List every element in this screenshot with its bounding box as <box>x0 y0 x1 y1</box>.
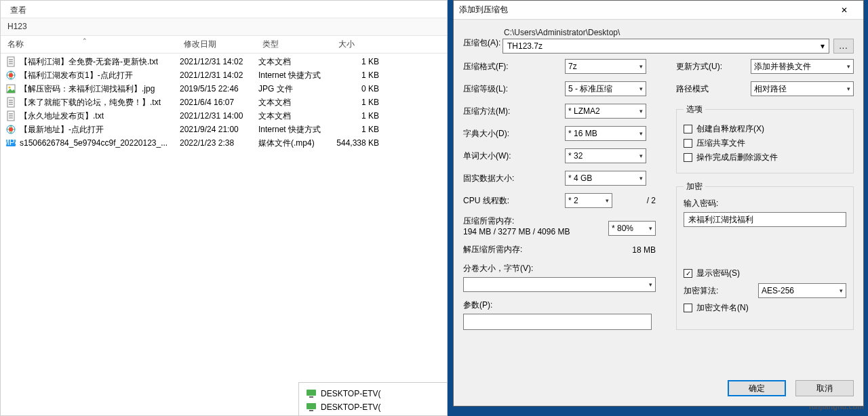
file-size: 1 KB <box>334 57 379 66</box>
svg-point-7 <box>9 87 11 89</box>
file-icon <box>5 124 17 135</box>
chevron-down-icon: ▾ <box>639 152 643 159</box>
chevron-down-icon: ▾ <box>847 85 850 92</box>
file-row[interactable]: 【来了就能下载的论坛，纯免费！】.txt2021/6/4 16:07文本文档1 … <box>1 96 447 109</box>
file-date: 2021/12/31 14:02 <box>180 57 258 66</box>
network-location-item[interactable]: DESKTOP-ETV( <box>302 387 444 400</box>
dialog-titlebar[interactable]: 添加到压缩包 ✕ <box>454 1 863 20</box>
file-icon <box>5 56 17 67</box>
browse-button[interactable]: ... <box>833 39 854 54</box>
file-row[interactable]: 【永久地址发布页】.txt2021/12/31 14:00文本文档1 KB <box>1 109 447 123</box>
file-list: 【福利江湖】全免费-无套路-更新快.txt2021/12/31 14:02文本文… <box>1 54 447 151</box>
archive-name-input[interactable]: TH123.7z ▾ <box>502 39 829 54</box>
mem-decompress-label: 解压缩所需内存: <box>463 244 522 255</box>
add-to-archive-dialog: 添加到压缩包 ✕ 压缩包(A): C:\Users\Administrator\… <box>453 0 864 407</box>
chevron-down-icon: ▾ <box>639 85 643 92</box>
format-value: 7z <box>568 62 577 71</box>
file-row[interactable]: 【解压密码：来福利江湖找福利】.jpg2019/5/15 22:46JPG 文件… <box>1 82 447 96</box>
file-type: 文本文档 <box>258 56 334 68</box>
dict-select[interactable]: * 16 MB▾ <box>565 126 646 141</box>
dict-label: 字典大小(D): <box>463 128 565 140</box>
ok-button[interactable]: 确定 <box>728 380 786 396</box>
delete-label: 操作完成后删除源文件 <box>696 152 778 163</box>
solid-select[interactable]: * 4 GB▾ <box>565 171 646 186</box>
column-name-label: 名称 <box>7 39 24 49</box>
svg-rect-22 <box>307 403 316 409</box>
column-header: 名称 ⌃ 修改日期 类型 大小 <box>1 36 447 54</box>
file-name: 【来了就能下载的论坛，纯免费！】.txt <box>20 97 180 108</box>
options-group: 选项 创建自释放程序(X) 压缩共享文件 操作完成后删除源文件 <box>676 104 854 173</box>
format-label: 压缩格式(F): <box>463 61 565 72</box>
word-select[interactable]: * 32▾ <box>565 148 646 163</box>
file-date: 2022/1/23 2:38 <box>180 138 258 148</box>
network-location-item[interactable]: DESKTOP-ETV( <box>302 400 444 414</box>
chevron-down-icon: ▾ <box>847 63 850 70</box>
threads-label: CPU 线程数: <box>463 195 565 207</box>
threads-value: * 2 <box>568 196 578 205</box>
cancel-button[interactable]: 取消 <box>795 380 854 396</box>
archive-folder-path: C:\Users\Administrator\Desktop\ <box>502 26 854 39</box>
file-row[interactable]: 【福利江湖】全免费-无套路-更新快.txt2021/12/31 14:02文本文… <box>1 55 447 68</box>
dict-value: * 16 MB <box>568 129 597 138</box>
file-type: 文本文档 <box>258 110 334 122</box>
svg-rect-23 <box>309 410 313 411</box>
close-button[interactable]: ✕ <box>831 2 858 18</box>
sfx-checkbox-row[interactable]: 创建自释放程序(X) <box>684 123 846 135</box>
network-location-label: DESKTOP-ETV( <box>321 389 380 398</box>
file-type: JPG 文件 <box>258 83 334 95</box>
column-size[interactable]: 大小 <box>332 39 386 50</box>
checkbox-icon <box>684 139 692 148</box>
encryption-group: 加密 输入密码: 来福利江湖找福利 ✓ 显示密码(S) 加密算法: AES-25… <box>676 181 854 330</box>
file-size: 544,338 KB <box>334 138 379 148</box>
encryption-legend: 加密 <box>684 181 705 192</box>
file-name: 【解压密码：来福利江湖找福利】.jpg <box>20 83 180 95</box>
password-input[interactable]: 来福利江湖找福利 <box>684 212 846 227</box>
file-type: Internet 快捷方式 <box>258 70 334 81</box>
explorer-ribbon: 查看 <box>1 1 447 18</box>
file-size: 1 KB <box>334 98 379 107</box>
showpwd-checkbox-row[interactable]: ✓ 显示密码(S) <box>684 268 846 279</box>
file-row[interactable]: 【最新地址】-点此打开2021/9/24 21:00Internet 快捷方式1… <box>1 123 447 136</box>
share-checkbox-row[interactable]: 压缩共享文件 <box>684 138 846 149</box>
dialog-buttons: 确定 取消 <box>454 373 863 406</box>
network-location-label: DESKTOP-ETV( <box>321 402 380 412</box>
params-input[interactable] <box>463 314 652 330</box>
path-mode-select[interactable]: 相对路径▾ <box>751 81 854 96</box>
file-name: 【永久地址发布页】.txt <box>20 110 180 122</box>
mem-percent-select[interactable]: * 80%▾ <box>608 221 656 236</box>
level-value: 5 - 标准压缩 <box>568 83 612 95</box>
encnames-checkbox-row[interactable]: 加密文件名(N) <box>684 302 846 314</box>
archive-name-value: TH123.7z <box>507 41 542 51</box>
split-select[interactable]: ▾ <box>463 277 656 292</box>
view-tab[interactable]: 查看 <box>1 1 36 20</box>
algo-select[interactable]: AES-256▾ <box>758 283 846 298</box>
column-name[interactable]: 名称 ⌃ <box>1 39 177 50</box>
mem-compress-value: 194 MB / 3277 MB / 4096 MB <box>463 227 570 236</box>
column-date[interactable]: 修改日期 <box>177 39 256 50</box>
update-mode-select[interactable]: 添加并替换文件▾ <box>751 59 854 74</box>
file-icon <box>5 83 17 94</box>
threads-select[interactable]: * 2▾ <box>565 193 612 208</box>
file-icon: MP4 <box>5 138 17 148</box>
file-icon <box>5 97 17 108</box>
address-bar[interactable]: H123 <box>1 18 447 36</box>
checkbox-icon <box>684 304 692 312</box>
column-type[interactable]: 类型 <box>256 39 332 50</box>
password-label: 输入密码: <box>684 198 846 209</box>
svg-point-5 <box>9 73 13 77</box>
chevron-down-icon: ▾ <box>639 63 643 70</box>
update-mode-value: 添加并替换文件 <box>754 61 811 72</box>
chevron-down-icon: ▾ <box>649 225 652 232</box>
method-value: * LZMA2 <box>568 106 600 116</box>
level-select[interactable]: 5 - 标准压缩▾ <box>565 81 646 96</box>
method-select[interactable]: * LZMA2▾ <box>565 104 646 119</box>
params-label: 参数(P): <box>463 299 656 311</box>
file-row[interactable]: 【福利江湖发布页1】-点此打开2021/12/31 14:02Internet … <box>1 68 447 82</box>
format-select[interactable]: 7z▾ <box>565 59 646 74</box>
file-row[interactable]: MP4s1506626784_5e9794cc9f_20220123_...20… <box>1 136 447 150</box>
file-icon <box>5 70 17 81</box>
delete-checkbox-row[interactable]: 操作完成后删除源文件 <box>684 152 846 163</box>
file-size: 1 KB <box>334 70 379 80</box>
file-size: 1 KB <box>334 125 379 134</box>
checkbox-checked-icon: ✓ <box>684 269 692 278</box>
